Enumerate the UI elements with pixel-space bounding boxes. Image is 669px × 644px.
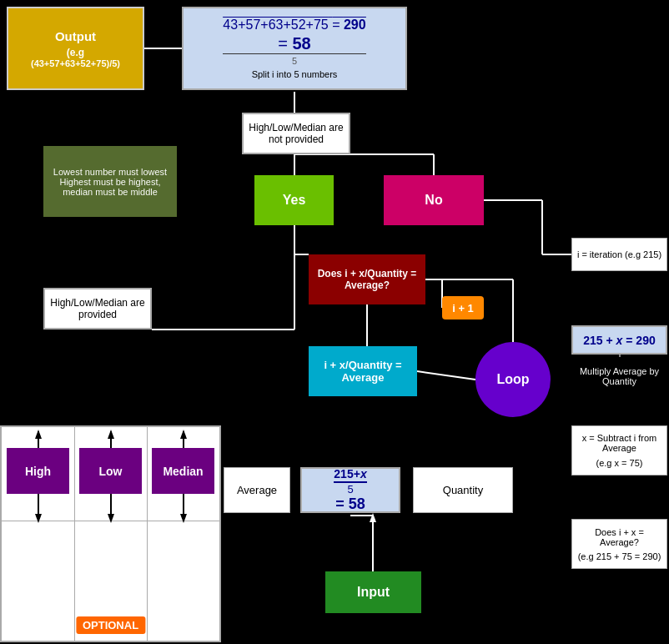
- svg-marker-41: [180, 430, 187, 439]
- average-text: Average: [237, 484, 277, 496]
- output-formula: (43+57+63+52+75)/5): [31, 58, 120, 68]
- optional-text: OPTIONAL: [83, 619, 138, 631]
- hml-provided-text: High/Low/Median are provided: [45, 297, 150, 320]
- iteration-label-box: i = iteration (e.g 215): [571, 238, 667, 271]
- does-ix-text: Does i + x = Average?: [576, 527, 662, 547]
- no-box: No: [384, 175, 484, 225]
- high-label: High: [25, 465, 51, 478]
- high-box: High: [7, 448, 69, 494]
- svg-marker-43: [35, 514, 42, 523]
- svg-marker-39: [108, 430, 114, 439]
- input-box: Input: [325, 571, 421, 613]
- formula-bottom-content: 215+x 5 = 58: [334, 467, 366, 513]
- does-eq-box: Does i + x/Quantity = Average?: [309, 254, 425, 304]
- hml-not-provided-box: High/Low/Median are not provided: [242, 113, 350, 154]
- formula-top-fraction: = 58: [223, 34, 365, 53]
- lowest-box: Lowest number must lowest Highest must b…: [43, 146, 177, 217]
- does-eq-text: Does i + x/Quantity = Average?: [309, 268, 425, 291]
- overline-text: 43+57+63+52+75: [223, 18, 328, 32]
- svg-marker-45: [108, 514, 114, 523]
- hml-provided-box: High/Low/Median are provided: [43, 288, 152, 330]
- loop-circle: Loop: [475, 342, 551, 417]
- equals-sign: =: [332, 18, 344, 32]
- median-label: Median: [163, 465, 203, 478]
- does-ix-label-box: Does i + x = Average? (e.g 215 + 75 = 29…: [571, 519, 667, 569]
- hml-not-provided-text: High/Low/Median are not provided: [244, 122, 349, 145]
- output-box: Output (e.g (43+57+63+52+75)/5): [7, 7, 144, 90]
- subtract-label-box: x = Subtract i from Average (e.g x = 75): [571, 425, 667, 475]
- no-label: No: [425, 193, 442, 208]
- formula-numerator: 215+x: [334, 467, 366, 483]
- svg-marker-47: [180, 514, 187, 523]
- fraction-numerator: 290: [344, 18, 366, 32]
- quantity-text: Quantity: [443, 484, 483, 496]
- low-label: Low: [99, 465, 123, 478]
- formula-denominator: 5: [334, 483, 366, 496]
- svg-line-14: [417, 371, 475, 380]
- bottom-section: High Low Median OPTIONAL: [0, 425, 221, 642]
- multiply-label-box: Multiply Average by Quantity: [571, 357, 667, 395]
- multiply-text: Multiply Average by Quantity: [571, 366, 667, 386]
- formula-top-equation: 43+57+63+52+75 = 290: [223, 18, 365, 33]
- i-eq-box: i + x/Quantity = Average: [309, 346, 417, 396]
- output-subtitle: (e.g: [31, 47, 120, 58]
- formula-denominator-line: 5: [223, 53, 365, 66]
- formula-result: = 58: [335, 496, 365, 512]
- input-label: Input: [357, 585, 390, 600]
- output-title: Output: [31, 29, 120, 43]
- i-plus-one-badge: i + 1: [442, 296, 484, 319]
- i-plus-one-text: i + 1: [452, 302, 474, 314]
- yes-label: Yes: [283, 193, 306, 208]
- low-box: Low: [79, 448, 142, 494]
- formula-bottom-box: 215+x 5 = 58: [300, 467, 400, 513]
- lowest-text: Lowest number must lowest Highest must b…: [43, 167, 177, 197]
- optional-badge: OPTIONAL: [76, 616, 145, 634]
- iteration-text: i = iteration (e.g 215): [577, 249, 661, 259]
- formula-215-text: 215 + x = 290: [583, 334, 655, 347]
- formula-top-label: Split i into 5 numbers: [223, 69, 365, 79]
- subtract-example: (e.g x = 75): [596, 458, 643, 468]
- svg-marker-37: [35, 430, 42, 439]
- formula-big: = 58: [278, 34, 311, 53]
- i-eq-text: i + x/Quantity = Average: [309, 359, 417, 384]
- does-ix-example: (e.g 215 + 75 = 290): [578, 551, 661, 561]
- median-box: Median: [152, 448, 214, 494]
- yes-box: Yes: [254, 175, 334, 225]
- average-label-box: Average: [224, 467, 290, 513]
- subtract-text: x = Subtract i from Average: [576, 433, 662, 453]
- quantity-label-box: Quantity: [413, 467, 513, 513]
- formula-top-box: 43+57+63+52+75 = 290 = 58 5 Split i into…: [182, 7, 407, 90]
- loop-label: Loop: [496, 372, 529, 387]
- formula-215-box: 215 + x = 290: [571, 325, 667, 355]
- svg-marker-35: [370, 513, 376, 522]
